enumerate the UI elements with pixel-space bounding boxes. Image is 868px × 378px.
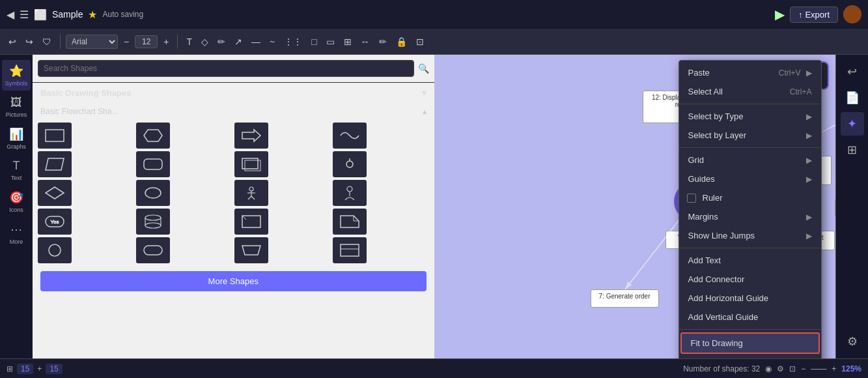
more-shapes-button[interactable]: More Shapes bbox=[40, 271, 427, 291]
grid-button[interactable]: ⋮⋮ bbox=[281, 35, 305, 49]
shape-trapezoid[interactable] bbox=[234, 237, 268, 263]
right-settings-button[interactable]: ⚙ bbox=[841, 330, 864, 353]
shape-corner-rect[interactable] bbox=[234, 209, 268, 235]
status-bar-left: ⊞ 15 + 15 bbox=[7, 364, 63, 374]
menu-item-guides[interactable]: Guides ▶ bbox=[679, 169, 821, 188]
node-collaboration[interactable]: Collaboration object bbox=[835, 198, 836, 218]
menu-button[interactable]: ☰ bbox=[20, 8, 29, 21]
ruler-checkbox[interactable] bbox=[687, 194, 696, 203]
shape-actor[interactable] bbox=[333, 180, 367, 206]
shape-bracket[interactable] bbox=[333, 237, 367, 263]
arrow-button[interactable]: ↗ bbox=[231, 35, 245, 49]
decrease-font-button[interactable]: − bbox=[120, 35, 132, 49]
zoom-plus-button[interactable]: + bbox=[832, 364, 836, 373]
menu-item-add-vertical-guide[interactable]: Add Vertical Guide bbox=[679, 308, 821, 327]
shape-rounded-rect[interactable] bbox=[136, 151, 170, 177]
rect2-button[interactable]: ▭ bbox=[323, 35, 338, 49]
grid-label: Grid bbox=[688, 155, 705, 165]
right-grid-button[interactable]: ⊞ bbox=[841, 138, 864, 162]
menu-item-margins[interactable]: Margins ▶ bbox=[679, 207, 821, 226]
table-button[interactable]: ⊞ bbox=[341, 35, 355, 49]
node-generate-order[interactable]: 7: Generate order bbox=[591, 289, 659, 308]
line2-button[interactable]: ~ bbox=[266, 35, 278, 49]
increase-font-button[interactable]: + bbox=[160, 35, 172, 49]
play-button[interactable]: ▶ bbox=[775, 7, 785, 22]
undo-button[interactable]: ↩ bbox=[5, 35, 20, 49]
shape-folded[interactable] bbox=[333, 209, 367, 235]
back-button[interactable]: ◀ bbox=[7, 8, 14, 21]
font-family-select[interactable]: Arial Times New Roman Courier New bbox=[66, 35, 118, 49]
resize-button[interactable]: ↔ bbox=[357, 35, 373, 49]
menu-item-paste[interactable]: Paste Ctrl+V ▶ bbox=[679, 63, 821, 82]
menu-item-grid[interactable]: Grid ▶ bbox=[679, 151, 821, 169]
shapes-subsection[interactable]: Basic Flowchart Sha... ▴ bbox=[33, 103, 434, 120]
favorite-star-icon[interactable]: ★ bbox=[88, 8, 97, 21]
search-bar: 🔍 bbox=[33, 55, 434, 83]
shape-arrow-right[interactable] bbox=[234, 123, 268, 149]
menu-item-select-by-type[interactable]: Select by Type ▶ bbox=[679, 107, 821, 126]
menu-item-fit-to-drawing[interactable]: Fit to Drawing bbox=[680, 332, 820, 354]
network-icon[interactable]: ◉ bbox=[765, 364, 772, 373]
shape-button[interactable]: ◇ bbox=[198, 35, 212, 49]
menu-item-add-text[interactable]: Add Text bbox=[679, 251, 821, 270]
shape-person[interactable] bbox=[234, 180, 268, 206]
settings-icon[interactable]: ⚙ bbox=[777, 364, 784, 373]
search-input[interactable] bbox=[38, 60, 414, 77]
sidebar-item-more[interactable]: ⋯ More bbox=[2, 218, 31, 249]
export-button[interactable]: ↑ Export bbox=[790, 7, 838, 23]
shield-button[interactable]: 🛡 bbox=[39, 35, 55, 49]
menu-item-show-line-jumps[interactable]: Show Line Jumps ▶ bbox=[679, 226, 821, 245]
sidebar-item-graphs[interactable]: 📊 Graphs bbox=[2, 123, 31, 154]
right-page-button[interactable]: 📄 bbox=[841, 86, 864, 109]
zoom-minus-button[interactable]: − bbox=[801, 364, 805, 373]
sidebar-item-text[interactable]: T Text bbox=[2, 155, 31, 185]
menu-item-add-horizontal-guide[interactable]: Add Horizontal Guide bbox=[679, 289, 821, 308]
zoom-level[interactable]: 125% bbox=[841, 364, 861, 373]
search-icon[interactable]: 🔍 bbox=[418, 63, 429, 74]
svg-marker-26 bbox=[341, 216, 359, 227]
zoom-slider[interactable]: —— bbox=[811, 364, 826, 373]
line-button[interactable]: — bbox=[248, 35, 264, 49]
shape-parallelogram[interactable] bbox=[38, 151, 72, 177]
sidebar-item-symbols[interactable]: ⭐ Symbols bbox=[2, 60, 31, 91]
shape-circle[interactable] bbox=[38, 237, 72, 263]
menu-item-select-by-layer[interactable]: Select by Layer ▶ bbox=[679, 126, 821, 145]
shape-wave[interactable] bbox=[333, 123, 367, 149]
shape-ellipse[interactable] bbox=[136, 180, 170, 206]
menu-item-center[interactable]: Center bbox=[679, 354, 821, 358]
layout-icon[interactable]: ⊡ bbox=[789, 364, 796, 373]
shape-cylinder[interactable] bbox=[136, 209, 170, 235]
sidebar-item-label: Symbols bbox=[5, 80, 28, 87]
text-format-button[interactable]: T bbox=[183, 35, 195, 49]
right-cursor-button[interactable]: ↩ bbox=[841, 60, 864, 83]
tab-button[interactable]: ⬜ bbox=[34, 8, 47, 21]
rect-button[interactable]: □ bbox=[308, 35, 320, 49]
font-size-input[interactable] bbox=[135, 35, 158, 48]
shape-hexagon[interactable] bbox=[136, 123, 170, 149]
menu-item-ruler[interactable]: Ruler bbox=[679, 188, 821, 207]
shape-double-rect[interactable] bbox=[234, 151, 268, 177]
pen-button[interactable]: ✏ bbox=[214, 35, 229, 49]
menu-item-select-all[interactable]: Select All Ctrl+A bbox=[679, 82, 821, 101]
canvas-area[interactable]: 12: Display transaction results 10: Paym… bbox=[434, 55, 836, 358]
redo-button[interactable]: ↪ bbox=[22, 35, 36, 49]
shapes-section-title[interactable]: Basic Drawing Shapes ▾ bbox=[33, 83, 434, 103]
link-button[interactable]: ⊡ bbox=[413, 35, 427, 49]
expand-icon[interactable]: ⊞ bbox=[7, 364, 13, 373]
add-page-button[interactable]: + bbox=[37, 364, 42, 373]
shape-stadium[interactable] bbox=[136, 237, 170, 263]
edit-button[interactable]: ✏ bbox=[376, 35, 390, 49]
right-ai-button[interactable]: ✦ bbox=[841, 112, 864, 136]
menu-item-add-connector[interactable]: Add Connector bbox=[679, 270, 821, 289]
fit-to-drawing-label: Fit to Drawing bbox=[691, 338, 743, 348]
sidebar-item-icons[interactable]: 🎯 Icons bbox=[2, 186, 31, 217]
avatar[interactable] bbox=[843, 5, 861, 23]
lock-button[interactable]: 🔒 bbox=[393, 35, 410, 49]
svg-marker-9 bbox=[46, 187, 64, 199]
shape-pin[interactable] bbox=[333, 151, 367, 177]
shape-yes-button[interactable]: Yes bbox=[38, 209, 72, 235]
shape-diamond[interactable] bbox=[38, 180, 72, 206]
shapes-grid: Yes bbox=[33, 120, 434, 266]
sidebar-item-pictures[interactable]: 🖼 Pictures bbox=[2, 92, 31, 122]
shape-rect[interactable] bbox=[38, 123, 72, 149]
